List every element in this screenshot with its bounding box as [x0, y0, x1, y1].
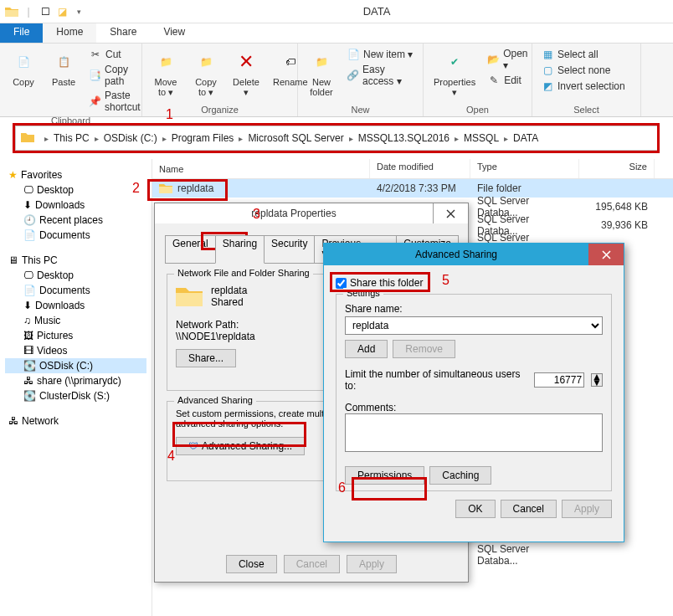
sidebar-item-desktop[interactable]: 🖵Desktop	[5, 182, 146, 198]
share-folder-check-input[interactable]	[336, 278, 347, 289]
view-tab[interactable]: View	[150, 23, 198, 43]
cancel-button[interactable]: Cancel	[501, 500, 557, 518]
thispc-group[interactable]: 🖥This PC	[5, 253, 146, 268]
advanced-sharing-button[interactable]: 🛡Advanced Sharing...	[176, 437, 305, 455]
qat-dropdown-icon[interactable]: ▾	[72, 5, 85, 18]
ok-button[interactable]: OK	[455, 500, 495, 518]
qat-menu-icon[interactable]: ◪	[55, 5, 69, 18]
crumb-thispc[interactable]: This PC	[50, 132, 93, 144]
step-6: 6	[338, 480, 346, 495]
address-bar[interactable]: ▸ This PC▸ OSDisk (C:)▸ Program Files▸ M…	[15, 126, 658, 151]
share-tab[interactable]: Share	[96, 23, 150, 43]
copy-path-button[interactable]: 📑Copy path	[85, 63, 145, 88]
limit-input[interactable]	[534, 372, 584, 388]
copy-button[interactable]: 📄Copy	[5, 47, 42, 114]
sidebar-item-share[interactable]: 🖧share (\\primarydc)	[5, 373, 146, 388]
list-item-repldata[interactable]: repldata 4/2/2018 7:33 PM File folder	[152, 179, 673, 198]
select-group-label: Select	[537, 103, 635, 115]
ribbon: 📄Copy 📋Paste ✂Cut 📑Copy path 📌Paste shor…	[0, 44, 673, 117]
group-title: Settings	[343, 288, 383, 298]
network-group[interactable]: 🖧Network	[5, 413, 146, 429]
easy-access-button[interactable]: 🔗Easy access ▾	[343, 63, 418, 88]
tab-general[interactable]: General	[165, 235, 216, 263]
caching-button[interactable]: Caching	[429, 466, 491, 485]
share-folder-checkbox[interactable]: Share this folder	[336, 277, 612, 289]
sidebar-item-pc-pictures[interactable]: 🖼Pictures	[5, 328, 146, 343]
sidebar-item-recent[interactable]: 🕘Recent places	[5, 213, 146, 228]
col-date[interactable]: Date modified	[370, 159, 470, 178]
col-type[interactable]: Type	[470, 159, 579, 178]
crumb-mssql13[interactable]: MSSQL13.SQL2016	[355, 132, 453, 144]
add-button[interactable]: Add	[345, 340, 388, 358]
select-none-button[interactable]: ▢Select none	[537, 63, 635, 78]
tab-sharing[interactable]: Sharing	[215, 235, 265, 264]
chevron-right-icon[interactable]: ▸	[43, 134, 50, 143]
advanced-sharing-dialog: Advanced Sharing Share this folder Setti…	[323, 243, 624, 542]
paste-shortcut-button[interactable]: 📌Paste shortcut	[85, 89, 145, 114]
close-button[interactable]: Close	[226, 555, 277, 573]
close-icon[interactable]	[433, 203, 468, 223]
close-icon[interactable]	[588, 244, 624, 265]
sidebar-item-osdisk[interactable]: 💽OSDisk (C:)	[5, 358, 146, 373]
sidebar-item-pc-downloads[interactable]: ⬇Downloads	[5, 298, 146, 313]
home-tab[interactable]: Home	[43, 23, 96, 43]
chevron-right-icon[interactable]: ▸	[502, 134, 510, 143]
crumb-osdisk[interactable]: OSDisk (C:)	[100, 132, 161, 144]
title-bar: | ☐ ◪ ▾ DATA	[0, 0, 673, 23]
apply-button: Apply	[562, 500, 612, 518]
dialog-title: Advanced Sharing	[324, 249, 588, 260]
folder-icon	[176, 285, 203, 311]
invert-selection-button[interactable]: ◩Invert selection	[537, 79, 635, 94]
col-name[interactable]: Name	[152, 159, 370, 178]
share-button[interactable]: Share...	[176, 349, 236, 367]
select-all-button[interactable]: ▦Select all	[537, 47, 635, 62]
cancel-button: Cancel	[284, 555, 340, 573]
qat-divider: |	[22, 5, 35, 18]
favorites-group[interactable]: ★Favorites	[5, 167, 146, 182]
share-status: Shared	[211, 296, 247, 308]
properties-button[interactable]: ✔Properties ▾	[429, 47, 480, 99]
new-folder-button[interactable]: 📁New folder	[303, 47, 340, 99]
chevron-right-icon[interactable]: ▸	[93, 134, 100, 143]
cut-button[interactable]: ✂Cut	[85, 47, 145, 62]
move-to-button[interactable]: 📁Move to ▾	[147, 47, 184, 99]
menu-bar: File Home Share View	[0, 23, 673, 44]
limit-label: Limit the number of simultaneous users t…	[345, 368, 527, 392]
file-tab[interactable]: File	[0, 23, 43, 43]
chevron-right-icon[interactable]: ▸	[347, 134, 355, 143]
copy-to-button[interactable]: 📁Copy to ▾	[188, 47, 224, 99]
sidebar-item-downloads[interactable]: ⬇Downloads	[5, 198, 146, 213]
qat-props-icon[interactable]: ☐	[39, 5, 52, 18]
crumb-sqlserver[interactable]: Microsoft SQL Server	[244, 132, 347, 144]
crumb-data[interactable]: DATA	[510, 132, 542, 144]
chevron-right-icon[interactable]: ▸	[453, 134, 460, 143]
edit-button[interactable]: ✎Edit	[484, 73, 532, 88]
sidebar-item-clusterdisk[interactable]: 💽ClusterDisk (S:)	[5, 388, 146, 403]
spin-buttons[interactable]: ▲▼	[591, 373, 603, 387]
folder-icon	[21, 131, 34, 146]
chevron-right-icon[interactable]: ▸	[237, 134, 244, 143]
crumb-programfiles[interactable]: Program Files	[168, 132, 238, 144]
sidebar-item-pc-videos[interactable]: 🎞Videos	[5, 343, 146, 358]
new-item-button[interactable]: 📄New item ▾	[343, 47, 418, 62]
permissions-button[interactable]: Permissions	[345, 466, 424, 485]
tab-security[interactable]: Security	[264, 235, 315, 263]
group-title: Network File and Folder Sharing	[174, 268, 313, 278]
folder-icon	[5, 5, 18, 18]
col-size[interactable]: Size	[579, 159, 655, 178]
window-title: DATA	[85, 5, 668, 18]
share-name-select[interactable]: repldata	[345, 316, 603, 335]
delete-button[interactable]: ✕Delete ▾	[228, 47, 265, 99]
sidebar-item-pc-desktop[interactable]: 🖵Desktop	[5, 268, 146, 283]
paste-button[interactable]: 📋Paste	[45, 47, 82, 114]
step-2: 2	[132, 181, 140, 196]
crumb-mssql[interactable]: MSSQL	[460, 132, 502, 144]
sidebar-item-pc-documents[interactable]: 📄Documents	[5, 283, 146, 298]
comments-label: Comments:	[345, 402, 603, 413]
comments-input[interactable]	[345, 413, 603, 452]
clipboard-group-label: Clipboard	[5, 114, 136, 126]
chevron-right-icon[interactable]: ▸	[161, 134, 168, 143]
sidebar-item-pc-music[interactable]: ♫Music	[5, 313, 146, 328]
open-button[interactable]: 📂Open ▾	[484, 47, 532, 72]
sidebar-item-documents[interactable]: 📄Documents	[5, 228, 146, 243]
